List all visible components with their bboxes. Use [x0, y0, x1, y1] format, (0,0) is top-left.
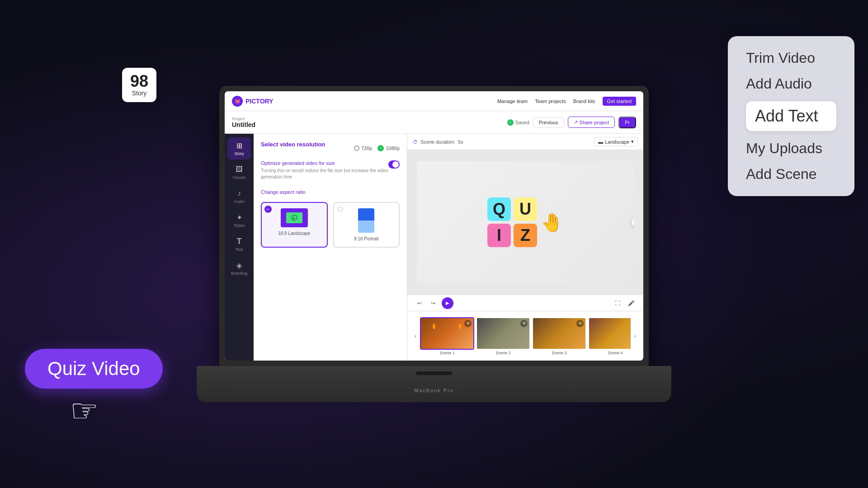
radio-720p[interactable]: 720p — [354, 145, 372, 151]
nav-get-started[interactable]: Get started — [603, 97, 636, 106]
landscape-selector[interactable]: ▬ Landscape ▾ — [594, 137, 638, 146]
portrait-preview — [358, 208, 374, 233]
story-icon: ⊞ — [235, 141, 244, 150]
sidebar-label-styles: Styles — [234, 223, 245, 228]
settings-panel: Select video resolution 720p ✓ 1080p — [254, 134, 407, 361]
scene-image-3[interactable]: ⚙ — [532, 317, 586, 350]
landscape-inner: ▶ — [286, 212, 302, 223]
share-project-button[interactable]: ↗ Share project — [568, 117, 615, 128]
scene-thumb-1: ⚙ Scene 1 — [420, 317, 474, 355]
scene-label-4: Scene 4 — [588, 351, 631, 355]
play-button[interactable]: ▶ — [442, 297, 453, 309]
landscape-check-icon: ✓ — [264, 206, 272, 213]
sidebar-label-text: Text — [236, 247, 243, 252]
branding-icon: ◈ — [235, 261, 244, 270]
scene-image-4[interactable]: ⚙ — [588, 317, 631, 350]
quiz-letter-z: Z — [514, 224, 537, 247]
sidebar-label-audio: Audio — [234, 199, 244, 204]
laptop-notch — [416, 371, 452, 375]
undo-button[interactable]: ↩ — [415, 298, 425, 308]
project-header: Project Untitled ✓ Saved Previous ↗ Shar… — [225, 111, 643, 134]
quiz-image: Q U I Z 🤚 — [417, 161, 634, 283]
candle-flame-2 — [459, 324, 462, 329]
nav-manage-team[interactable]: Manage team — [497, 99, 528, 104]
macbook-label: MacBook Pro — [414, 388, 454, 393]
scene-label-1: Scene 1 — [420, 351, 474, 355]
laptop-bezel: 🐙 PICTORY Manage team Team projects Bran… — [219, 86, 649, 366]
portrait-radio-icon — [338, 206, 343, 212]
logo-text: PICTORY — [245, 98, 273, 105]
clock-icon: ⏱ — [413, 139, 418, 145]
float-item-uploads[interactable]: My Uploads — [746, 140, 836, 157]
duration-value: 5s — [458, 139, 463, 145]
sidebar-item-text[interactable]: T Text — [227, 233, 251, 255]
navbar: 🐙 PICTORY Manage team Team projects Bran… — [225, 91, 643, 111]
landscape-text: Landscape — [605, 139, 629, 145]
app-ui: 🐙 PICTORY Manage team Team projects Bran… — [225, 91, 643, 361]
float-item-scene[interactable]: Add Scene — [746, 166, 836, 183]
project-label: Project — [232, 117, 255, 121]
quiz-video-button[interactable]: Quiz Video — [25, 349, 163, 389]
float-item-trim[interactable]: Trim Video — [746, 50, 836, 66]
content-area: ⏱ Scene duration: 5s ▬ Landscape ▾ — [407, 134, 643, 361]
quiz-letter-q: Q — [487, 197, 511, 221]
timeline-prev-button[interactable]: ‹ — [411, 332, 420, 341]
portrait-top — [358, 208, 374, 221]
styles-icon: ✦ — [235, 213, 244, 222]
float-item-audio[interactable]: Add Audio — [746, 75, 836, 92]
scene-image-1[interactable]: ⚙ — [420, 317, 474, 350]
timeline-next-button[interactable]: › — [631, 332, 640, 341]
sidebar-item-styles[interactable]: ✦ Styles — [227, 209, 251, 231]
sidebar-item-audio[interactable]: ♪ Audio — [227, 185, 251, 207]
laptop-screen: 🐙 PICTORY Manage team Team projects Bran… — [225, 91, 643, 361]
duration-label: Scene duration: — [420, 139, 455, 145]
fullscreen-button[interactable]: ⛶ — [613, 298, 623, 308]
story-number: 98 — [130, 73, 148, 89]
saved-icon: ✓ — [507, 119, 514, 126]
visuals-icon: 🖼 — [235, 165, 244, 174]
audio-icon: ♪ — [235, 189, 244, 198]
quiz-letter-u: U — [514, 197, 537, 221]
scene-thumb-3: ⚙ Scene 3 — [532, 317, 586, 355]
story-label: Story — [130, 89, 148, 97]
share-icon: ↗ — [574, 119, 578, 125]
app-logo: 🐙 PICTORY — [232, 96, 273, 107]
optimize-label: Optimize generated video for size — [261, 160, 388, 166]
radio-1080p[interactable]: ✓ 1080p — [377, 145, 400, 151]
nav-team-projects[interactable]: Team projects — [535, 99, 566, 104]
float-item-text[interactable]: Add Text — [746, 101, 836, 131]
previous-button[interactable]: Previous — [533, 117, 564, 128]
pro-button[interactable]: Pr — [618, 117, 636, 128]
optimize-desc: Turning this on would reduce the file si… — [261, 168, 388, 180]
mic-button[interactable]: 🎤 — [626, 298, 636, 308]
ratio-card-portrait[interactable]: 9:16 Portrait — [333, 202, 400, 248]
scene-duration: ⏱ Scene duration: 5s — [413, 139, 463, 145]
sidebar: ⊞ Story 🖼 Visuals ♪ Audio ✦ — [225, 134, 254, 361]
header-actions: ✓ Saved Previous ↗ Share project Pr — [507, 117, 636, 128]
sidebar-item-visuals[interactable]: 🖼 Visuals — [227, 161, 251, 183]
change-ratio-link[interactable]: Change aspect ratio — [261, 189, 400, 195]
landscape-circle: ▶ — [291, 215, 297, 221]
timeline: ‹ — [407, 311, 643, 361]
toggle-knob — [392, 161, 399, 168]
nav-links: Manage team Team projects Brand kits Get… — [497, 97, 636, 106]
scene-thumb-4: ⚙ Scene 4 — [588, 317, 631, 355]
sidebar-item-story[interactable]: ⊞ Story — [227, 137, 251, 160]
saved-badge: ✓ Saved — [507, 119, 529, 126]
text-icon: T — [235, 237, 244, 246]
optimize-text: Optimize generated video for size Turnin… — [261, 160, 388, 184]
laptop-container: 🐙 PICTORY Manage team Team projects Bran… — [197, 86, 671, 402]
main-layout: ⊞ Story 🖼 Visuals ♪ Audio ✦ — [225, 134, 643, 361]
resolution-title: Select video resolution — [261, 141, 325, 148]
optimize-toggle[interactable] — [388, 160, 400, 169]
ratio-card-landscape[interactable]: ✓ ▶ 16:9 Landscape — [261, 202, 328, 248]
resolution-option: Select video resolution 720p ✓ 1080p — [261, 141, 400, 155]
redo-button[interactable]: ↪ — [428, 298, 438, 308]
portrait-bottom — [358, 221, 374, 233]
scene-lock-icon-1: ⚙ — [464, 320, 472, 327]
sidebar-item-branding[interactable]: ◈ Branding — [227, 257, 251, 279]
scene-bg-4 — [589, 318, 631, 349]
scene-image-2[interactable]: ⚙ — [476, 317, 530, 350]
radio-720p-circle — [354, 145, 359, 151]
nav-brand-kits[interactable]: Brand kits — [573, 99, 595, 104]
